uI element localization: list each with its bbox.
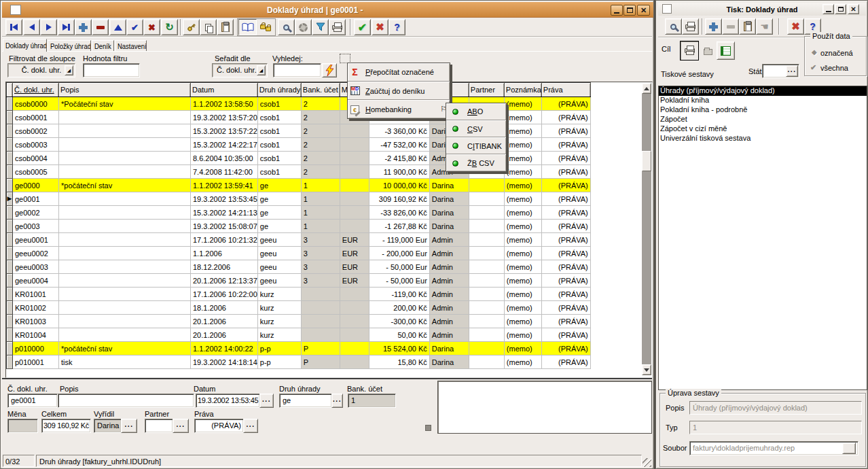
delete-record-button[interactable] [92, 19, 109, 35]
table-row[interactable]: KR0100420.1.2006kurz50,00 KčAdmin(memo)(… [7, 328, 591, 342]
print-button[interactable] [329, 19, 346, 35]
menu-item-homebanking[interactable]: €Homebanking⚐ [348, 100, 450, 118]
memo-resize-handle[interactable] [425, 425, 431, 431]
table-row[interactable]: KR0100320.1.2006kurz-300,00 KčAdmin(memo… [7, 315, 591, 328]
prior-record-button[interactable] [23, 19, 40, 35]
form-partner-picker-button[interactable]: ··· [173, 419, 189, 433]
search-button[interactable] [278, 19, 295, 35]
form-celkem-input[interactable]: 309 160,92 Kč [41, 419, 91, 433]
print-preview-button[interactable] [665, 18, 682, 35]
form-mena-input[interactable] [7, 419, 38, 433]
uprava-soubor-button[interactable] [842, 442, 856, 454]
table-row[interactable]: geeu00021.1.2006geeu3EUR- 200,000 EurAdm… [7, 247, 591, 260]
column-header-9[interactable]: Partner [469, 83, 504, 97]
report-item[interactable]: Úhrady (příjmový/výdajový doklad) [659, 86, 867, 96]
scroll-down-button[interactable] [642, 364, 651, 375]
target-printer-button[interactable] [680, 41, 699, 60]
tab-denik[interactable]: Deník [92, 40, 114, 51]
print-maximize-button[interactable] [835, 4, 846, 14]
print-print-button[interactable] [682, 18, 699, 35]
print-close-button[interactable]: ✕ [848, 4, 859, 14]
menu-launcher-button[interactable] [340, 54, 350, 63]
post-record-button[interactable]: ✔ [126, 19, 143, 35]
main-title-bar[interactable]: Doklady úhrad | ge0001 - ✕ [2, 2, 653, 18]
refresh-button[interactable]: ↻ [161, 19, 178, 35]
print-back-button[interactable]: ☚ [756, 18, 773, 35]
column-header-11[interactable]: Práva [541, 83, 590, 97]
column-header-10[interactable]: Poznámka [504, 83, 541, 97]
table-row[interactable]: ge000215.3.2002 14:21:13ge1-33 826,00 Kč… [7, 206, 591, 220]
form-cdokl-input[interactable]: ge0001 [7, 394, 58, 408]
table-vscrollbar[interactable] [642, 83, 651, 375]
form-datum-input[interactable]: 19.3.2002 13:53:45 [196, 394, 260, 408]
tab-polozky-uhrad[interactable]: Položky úhrad [48, 40, 91, 51]
form-partner-input[interactable] [145, 419, 173, 433]
paste-button[interactable] [217, 19, 234, 35]
form-datum-picker-button[interactable]: ··· [259, 394, 274, 408]
reports-listbox[interactable]: Úhrady (příjmový/výdajový doklad)Pokladn… [658, 86, 867, 390]
report-item[interactable]: Univerzální tisková sestava [659, 134, 867, 143]
minimize-button[interactable] [611, 5, 623, 16]
target-file-button[interactable] [699, 41, 717, 60]
next-record-button[interactable] [40, 19, 57, 35]
filter-button[interactable] [312, 19, 329, 35]
ok-button[interactable]: ✔ [354, 19, 371, 35]
submenu-item-abo[interactable]: ABO [446, 103, 506, 120]
uprava-soubor-field[interactable]: faktury\dokladprijemuhrady.rep [689, 441, 858, 455]
form-bank-input[interactable]: 1 [348, 394, 396, 408]
copy-button[interactable] [200, 19, 217, 35]
target-excel-button[interactable] [717, 41, 735, 60]
submenu-item-csv[interactable]: CSV [446, 120, 506, 137]
submenu-item-citibank[interactable]: CITIBANK [446, 137, 506, 154]
use-data-oznacena[interactable]: označená [820, 49, 853, 57]
print-close2-button[interactable]: ✖ [787, 18, 804, 35]
table-row[interactable]: p010000*počáteční stav1.1.2002 14:00:22p… [7, 342, 591, 355]
print-remove-button[interactable] [722, 18, 739, 35]
filter-col-combo[interactable]: Č. dokl. uhr. ◢ [7, 63, 75, 77]
form-druh-picker-button[interactable]: ··· [331, 394, 343, 408]
menu-item-prepocitat-oznacene[interactable]: ΣPřepočítat označené [348, 63, 450, 82]
help-button[interactable]: ? [388, 19, 405, 35]
maximize-button[interactable] [623, 5, 636, 16]
scroll-thumb[interactable] [642, 151, 651, 171]
form-prava-picker-button[interactable]: ··· [243, 419, 258, 433]
table-row[interactable]: geeu000117.1.2006 10:21:32geeu3EUR- 119,… [7, 233, 591, 247]
table-row[interactable]: ▶ge000119.3.2002 13:53:45ge1309 160,92 K… [7, 192, 591, 206]
scroll-up-button[interactable] [642, 83, 651, 94]
form-vyridil-picker-button[interactable]: ··· [121, 419, 137, 433]
filter-col-combo-button[interactable]: ◢ [65, 65, 73, 75]
edit-record-button[interactable] [109, 19, 126, 35]
table-row[interactable]: geeu000420.1.2006 12:13:37geeu3EUR- 50,0… [7, 274, 591, 288]
storno-button[interactable]: ✖ [372, 19, 388, 35]
column-header-0[interactable] [7, 83, 13, 97]
table-row[interactable]: ge000319.3.2002 15:08:07ge1-1 267,88 KčD… [7, 220, 591, 233]
table-row[interactable]: geeu000318.12.2006geeu3EUR- 50,000 EurAd… [7, 260, 591, 274]
menu-item-zauctuj-do-deniku[interactable]: MDZaúčtuj do deníku [348, 82, 450, 100]
tab-nastaveni[interactable]: Nastavení [115, 40, 147, 51]
form-popis-input[interactable] [58, 394, 194, 408]
print-paste-button[interactable] [739, 18, 756, 35]
memo-box[interactable] [437, 381, 652, 434]
table-row[interactable]: KR0100117.1.2006 10:22:00kurz-119,00 KčA… [7, 288, 591, 301]
column-header-5[interactable]: Bank. účet [301, 83, 340, 97]
column-header-3[interactable]: Datum [191, 83, 258, 97]
sort-combo[interactable]: Č. dokl. uhr. ◢ [212, 63, 268, 77]
table-row[interactable]: KR0100218.1.2006kurz200,00 KčAdmin(memo)… [7, 301, 591, 315]
filter-value-input[interactable] [83, 63, 140, 77]
search-input[interactable] [273, 63, 321, 77]
submenu-item-zb-csv[interactable]: ŽB CSV [446, 154, 506, 171]
last-record-button[interactable] [58, 19, 75, 35]
column-header-2[interactable]: Popis [59, 83, 191, 97]
search-go-button[interactable] [322, 63, 337, 77]
table-row[interactable]: p010001tisk19.3.2002 14:18:14p-pP15,80 K… [7, 355, 591, 369]
report-item[interactable]: Zápočet v cizí měně [659, 124, 867, 134]
form-vyridil-input[interactable]: Darina [94, 419, 122, 433]
tab-doklady-uhrad[interactable]: Doklady úhrad [3, 39, 47, 52]
locks-button[interactable] [257, 19, 275, 35]
close-button[interactable]: ✕ [637, 5, 650, 16]
print-minimize-button[interactable] [822, 4, 834, 14]
resize-grip[interactable] [643, 458, 651, 467]
add-record-button[interactable] [75, 19, 92, 35]
use-data-vsechna[interactable]: všechna [820, 64, 848, 72]
report-item[interactable]: Zápočet [659, 115, 867, 124]
